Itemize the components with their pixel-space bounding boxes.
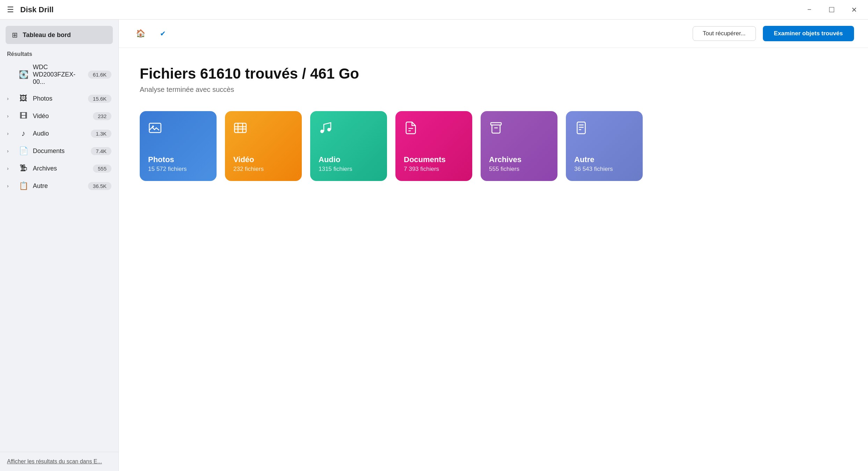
autre-icon: 📋 bbox=[18, 181, 29, 190]
check-button[interactable]: ✔ bbox=[155, 26, 170, 41]
home-icon: 🏠 bbox=[136, 29, 145, 38]
results-section-label: Résultats bbox=[0, 48, 118, 59]
archives-card-info: Archives 555 fichiers bbox=[489, 155, 549, 173]
home-button[interactable]: 🏠 bbox=[133, 26, 148, 41]
card-audio[interactable]: Audio 1315 fichiers bbox=[310, 111, 387, 181]
documents-card-label: Documents bbox=[404, 155, 464, 164]
app-body: ⊞ Tableau de bord Résultats 💽 WDC WD2003… bbox=[0, 20, 868, 471]
category-cards-container: Photos 15 572 fichiers bbox=[140, 111, 847, 181]
photos-card-count: 15 572 fichiers bbox=[148, 166, 208, 173]
examine-button[interactable]: Examiner objets trouvés bbox=[763, 26, 854, 41]
chevron-right-icon: › bbox=[7, 113, 14, 119]
dashboard-label: Tableau de bord bbox=[23, 31, 71, 39]
card-video[interactable]: Vidéo 232 fichiers bbox=[225, 111, 302, 181]
disk-count-badge: 61.6K bbox=[88, 71, 111, 79]
sidebar-documents-label: Documents bbox=[33, 147, 87, 155]
video-icon: 🎞 bbox=[18, 111, 29, 121]
audio-icon: ♪ bbox=[18, 129, 29, 138]
svg-rect-2 bbox=[234, 123, 246, 133]
documents-icon: 📄 bbox=[18, 146, 29, 155]
video-card-label: Vidéo bbox=[233, 155, 293, 164]
video-card-count: 232 fichiers bbox=[233, 166, 293, 173]
titlebar: ☰ Disk Drill − ☐ ✕ bbox=[0, 0, 868, 20]
audio-card-count: 1315 fichiers bbox=[319, 166, 379, 173]
minimize-button[interactable]: − bbox=[802, 3, 816, 17]
photos-card-icon bbox=[148, 121, 208, 138]
sidebar-item-archives[interactable]: › 🗜 Archives 555 bbox=[0, 160, 118, 177]
video-card-info: Vidéo 232 fichiers bbox=[233, 155, 293, 173]
documents-card-count: 7 393 fichiers bbox=[404, 166, 464, 173]
maximize-button[interactable]: ☐ bbox=[825, 3, 839, 17]
audio-card-label: Audio bbox=[319, 155, 379, 164]
archives-card-count: 555 fichiers bbox=[489, 166, 549, 173]
photos-card-info: Photos 15 572 fichiers bbox=[148, 155, 208, 173]
page-subtitle: Analyse terminée avec succès bbox=[140, 86, 847, 94]
sidebar-photos-label: Photos bbox=[33, 95, 84, 102]
toolbar: 🏠 ✔ Tout récupérer... Examiner objets tr… bbox=[119, 20, 868, 48]
dashboard-nav-item[interactable]: ⊞ Tableau de bord bbox=[6, 26, 113, 44]
chevron-right-icon: › bbox=[7, 183, 14, 189]
content-area: Fichiers 61610 trouvés / 461 Go Analyse … bbox=[119, 48, 868, 471]
titlebar-controls: − ☐ ✕ bbox=[802, 3, 861, 17]
sidebar-item-audio[interactable]: › ♪ Audio 1.3K bbox=[0, 125, 118, 142]
sidebar-photos-count: 15.6K bbox=[88, 95, 111, 103]
photos-icon: 🖼 bbox=[18, 94, 29, 103]
card-archives[interactable]: Archives 555 fichiers bbox=[481, 111, 557, 181]
chevron-right-icon: › bbox=[7, 148, 14, 154]
card-autre[interactable]: Autre 36 543 fichiers bbox=[566, 111, 643, 181]
autre-card-icon bbox=[574, 121, 634, 138]
sidebar-video-label: Vidéo bbox=[33, 113, 89, 120]
documents-card-icon bbox=[404, 121, 464, 138]
archives-card-icon bbox=[489, 121, 549, 138]
photos-card-label: Photos bbox=[148, 155, 208, 164]
page-title: Fichiers 61610 trouvés / 461 Go bbox=[140, 65, 847, 82]
sidebar-item-autre[interactable]: › 📋 Autre 36.5K bbox=[0, 177, 118, 195]
autre-card-label: Autre bbox=[574, 155, 634, 164]
svg-point-8 bbox=[327, 128, 331, 131]
audio-card-info: Audio 1315 fichiers bbox=[319, 155, 379, 173]
chevron-right-icon: › bbox=[7, 131, 14, 136]
sidebar-item-video[interactable]: › 🎞 Vidéo 232 bbox=[0, 107, 118, 125]
scan-results-link[interactable]: Afficher les résultats du scan dans E... bbox=[7, 458, 102, 464]
sidebar-archives-label: Archives bbox=[33, 165, 89, 172]
sidebar-item-documents[interactable]: › 📄 Documents 7.4K bbox=[0, 142, 118, 160]
chevron-right-icon: › bbox=[7, 96, 14, 101]
sidebar-documents-count: 7.4K bbox=[91, 147, 111, 155]
video-card-icon bbox=[233, 121, 293, 138]
sidebar-archives-count: 555 bbox=[93, 165, 111, 173]
archives-icon: 🗜 bbox=[18, 164, 29, 173]
card-photos[interactable]: Photos 15 572 fichiers bbox=[140, 111, 217, 181]
sidebar-audio-label: Audio bbox=[33, 130, 87, 137]
sidebar: ⊞ Tableau de bord Résultats 💽 WDC WD2003… bbox=[0, 20, 119, 471]
chevron-right-icon: › bbox=[7, 166, 14, 171]
svg-point-7 bbox=[320, 130, 324, 133]
sidebar-video-count: 232 bbox=[93, 112, 111, 120]
recover-all-button[interactable]: Tout récupérer... bbox=[693, 26, 756, 41]
sidebar-disk-item[interactable]: 💽 WDC WD2003FZEX-00... 61.6K bbox=[0, 59, 118, 90]
grid-icon: ⊞ bbox=[12, 31, 18, 39]
audio-card-icon bbox=[319, 121, 379, 138]
documents-card-info: Documents 7 393 fichiers bbox=[404, 155, 464, 173]
archives-card-label: Archives bbox=[489, 155, 549, 164]
disk-name-label: WDC WD2003FZEX-00... bbox=[33, 64, 84, 86]
sidebar-autre-count: 36.5K bbox=[88, 182, 111, 190]
autre-card-count: 36 543 fichiers bbox=[574, 166, 634, 173]
disk-icon: 💽 bbox=[18, 70, 29, 79]
svg-rect-11 bbox=[491, 123, 501, 125]
app-title: Disk Drill bbox=[20, 5, 53, 14]
main-content: 🏠 ✔ Tout récupérer... Examiner objets tr… bbox=[119, 20, 868, 471]
sidebar-item-photos[interactable]: › 🖼 Photos 15.6K bbox=[0, 90, 118, 107]
sidebar-audio-count: 1.3K bbox=[91, 130, 111, 138]
svg-rect-13 bbox=[577, 122, 585, 133]
autre-card-info: Autre 36 543 fichiers bbox=[574, 155, 634, 173]
card-documents[interactable]: Documents 7 393 fichiers bbox=[395, 111, 472, 181]
close-button[interactable]: ✕ bbox=[847, 3, 861, 17]
check-icon: ✔ bbox=[160, 29, 166, 38]
sidebar-footer: Afficher les résultats du scan dans E... bbox=[0, 452, 118, 471]
titlebar-left: ☰ Disk Drill bbox=[7, 5, 53, 14]
hamburger-menu-icon[interactable]: ☰ bbox=[7, 5, 14, 14]
sidebar-autre-label: Autre bbox=[33, 182, 84, 190]
